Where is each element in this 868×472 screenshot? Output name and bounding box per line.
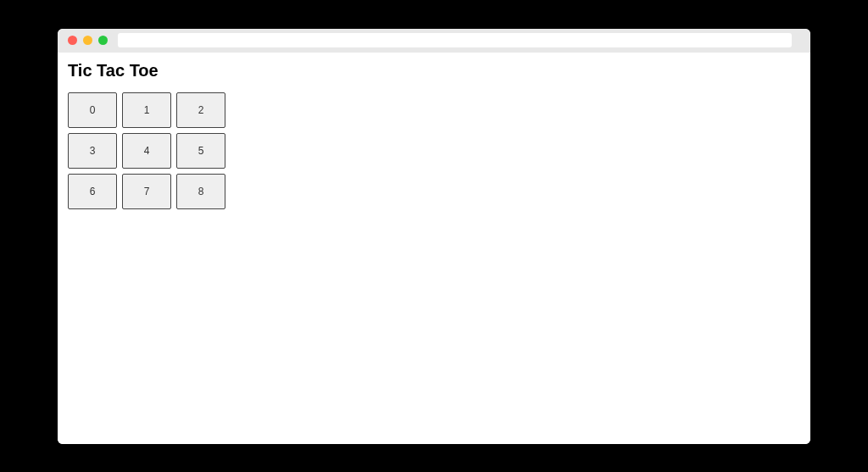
close-icon[interactable] — [68, 36, 77, 45]
minimize-icon[interactable] — [83, 36, 92, 45]
title-bar — [58, 29, 810, 53]
cell-6[interactable]: 6 — [68, 174, 117, 209]
cell-7[interactable]: 7 — [122, 174, 171, 209]
page-content: Tic Tac Toe 0 1 2 3 4 5 6 7 8 — [58, 53, 810, 444]
cell-4[interactable]: 4 — [122, 133, 171, 169]
cell-2[interactable]: 2 — [176, 92, 225, 128]
game-board: 0 1 2 3 4 5 6 7 8 — [68, 92, 800, 209]
cell-3[interactable]: 3 — [68, 133, 117, 169]
cell-0[interactable]: 0 — [68, 92, 117, 128]
browser-window: Tic Tac Toe 0 1 2 3 4 5 6 7 8 — [58, 29, 810, 444]
address-bar[interactable] — [118, 33, 792, 47]
cell-8[interactable]: 8 — [176, 174, 225, 209]
maximize-icon[interactable] — [98, 36, 108, 45]
window-controls — [68, 36, 108, 45]
cell-1[interactable]: 1 — [122, 92, 171, 128]
page-title: Tic Tac Toe — [68, 61, 800, 81]
cell-5[interactable]: 5 — [176, 133, 225, 169]
